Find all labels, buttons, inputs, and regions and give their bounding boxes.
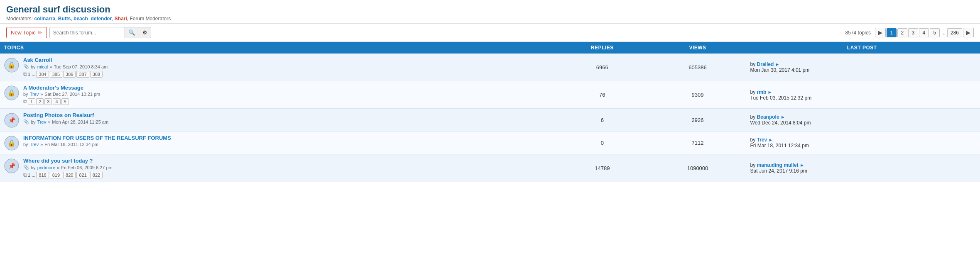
topic-content: A Moderator's Message by Trev » Sat Dec … [23,85,549,105]
page-mini-button[interactable]: 387 [76,71,89,78]
page-mini-button[interactable]: 3 [44,98,52,105]
topic-cell-td: 📌 Posting Photos on Realsurf 📎 by Trev »… [0,109,553,132]
col-views-header: VIEWS [652,42,744,54]
topic-cell: 🔒 Ask Carroll 📎 by mical » Tue Sep 07, 2… [0,54,553,81]
topic-cell-td: 🔒 Ask Carroll 📎 by mical » Tue Sep 07, 2… [0,54,553,81]
topic-meta: 📎 by mical » Tue Sep 07, 2010 8:34 am [23,64,549,69]
page-5-button[interactable]: 5 [930,28,940,37]
page-mini-button[interactable]: 388 [90,71,103,78]
topic-title-link[interactable]: INFORMATION FOR USERS OF THE REALSURF FO… [23,135,171,141]
new-topic-button[interactable]: New Topic ✏ [6,27,47,38]
page-4-button[interactable]: 4 [919,28,929,37]
page-2-button[interactable]: 2 [897,28,907,37]
toolbar-left: New Topic ✏ 🔍 ⚙ [6,27,151,38]
page-mini-button[interactable]: 384 [36,71,49,78]
topic-cell: 🔒 A Moderator's Message by Trev » Sat De… [0,81,553,108]
topic-meta: by Trev » Fri Mar 18, 2011 12:34 pm [23,142,549,147]
topic-cell-td: 📌 Where did you surf today ? 📎 by pridmo… [0,154,553,182]
topic-date: Fri Mar 18, 2011 12:34 pm [44,142,98,147]
table-header-row: TOPICS REPLIES VIEWS LAST POST [0,42,980,54]
next-page-button[interactable]: ▶ [963,28,974,37]
page-mini-button[interactable]: 818 [36,172,49,178]
topic-meta: 📎 by Trev » Mon Apr 28, 2014 11:25 am [23,119,549,124]
new-topic-label: New Topic [11,29,36,36]
page-mini-button[interactable]: 386 [63,71,76,78]
lastpost-cell: by Drailed ► Mon Jan 30, 2017 4:01 pm [744,54,980,81]
topic-author-link[interactable]: Trev [30,92,39,97]
last-post-date: Sat Jun 24, 2017 9:16 pm [750,168,807,174]
copy-icon: ⧉ [23,98,27,105]
topic-pages: ⧉ 1 ... 384385386387388 [23,71,549,78]
edit-icon: ✏ [38,29,42,36]
page-mini-button[interactable]: 2 [36,98,44,105]
last-poster-link[interactable]: marauding mullet [757,162,799,168]
page-mini-button[interactable]: 385 [50,71,62,78]
topic-title-link[interactable]: Where did you surf today ? [23,158,93,164]
page-mini-button[interactable]: 5 [61,98,69,105]
views-cell: 1090000 [652,154,744,182]
page-mini-button[interactable]: 819 [50,172,62,178]
replies-cell: 76 [553,81,651,109]
page-286-button[interactable]: 286 [947,28,962,37]
last-poster-link[interactable]: Trev [757,137,767,143]
topic-title-link[interactable]: Ask Carroll [23,57,52,63]
topic-icon-wrapper: 🔒 [4,136,19,151]
topic-content: Where did you surf today ? 📎 by pridmore… [23,158,549,178]
table-row: 🔒 A Moderator's Message by Trev » Sat De… [0,81,980,109]
topic-author-link[interactable]: Trev [30,142,39,147]
views-cell: 9309 [652,81,744,109]
views-cell: 7112 [652,132,744,154]
page-1-button[interactable]: 1 [887,28,897,37]
gear-button[interactable]: ⚙ [139,27,151,38]
last-post-date: Tue Feb 03, 2015 12:32 pm [750,95,812,101]
moderator-butts[interactable]: Butts [58,16,71,22]
moderator-collnarra[interactable]: collnarra [34,16,55,22]
svg-text:🔒: 🔒 [7,89,16,97]
forum-table: TOPICS REPLIES VIEWS LAST POST 🔒 Ask Car… [0,42,980,182]
topic-title-link[interactable]: A Moderator's Message [23,85,83,91]
page-mini-button[interactable]: 820 [63,172,76,178]
last-poster-link[interactable]: Beanpole [757,114,779,120]
topic-author-link[interactable]: Trev [37,119,47,124]
page-mini-button[interactable]: 4 [53,98,60,105]
gear-icon: ⚙ [142,29,147,36]
topic-title-link[interactable]: Posting Photos on Realsurf [23,112,94,118]
topic-author-link[interactable]: pridmore [37,165,55,170]
topic-icon-wrapper: 📌 [4,158,19,173]
page-3-button[interactable]: 3 [908,28,918,37]
pin-icon: 📎 [23,119,29,124]
last-poster-link[interactable]: Drailed [757,61,774,67]
topic-pages: ⧉ 1 ... 818819820821822 [23,172,549,178]
table-row: 📌 Where did you surf today ? 📎 by pridmo… [0,154,980,182]
page-mini-button[interactable]: 821 [76,172,89,178]
go-icon: ► [800,163,804,168]
last-poster-link[interactable]: rmb [757,89,767,95]
topic-cell: 📌 Posting Photos on Realsurf 📎 by Trev »… [0,109,553,131]
svg-text:🔒: 🔒 [7,61,16,69]
topic-icon-pinned: 📌 [4,158,19,173]
table-row: 🔒 Ask Carroll 📎 by mical » Tue Sep 07, 2… [0,54,980,81]
col-lastpost-header: LAST POST [744,42,980,54]
topic-content: Posting Photos on Realsurf 📎 by Trev » M… [23,112,549,124]
replies-cell: 6966 [553,54,651,81]
page-mini-button[interactable]: 822 [90,172,103,178]
search-button[interactable]: 🔍 [125,27,139,38]
replies-cell: 0 [553,132,651,154]
go-icon: ► [768,90,772,95]
search-input[interactable] [50,28,125,38]
prev-page-button[interactable]: ▶ [875,28,886,37]
search-icon: 🔍 [128,29,135,36]
page-title: General surf discussion [6,4,974,15]
moderator-shari[interactable]: Shari [115,16,127,22]
last-post-date: Wed Dec 24, 2014 8:04 pm [750,120,811,126]
search-box: 🔍 ⚙ [49,27,151,38]
table-row: 📌 Posting Photos on Realsurf 📎 by Trev »… [0,109,980,132]
topic-content: Ask Carroll 📎 by mical » Tue Sep 07, 201… [23,57,549,78]
svg-text:🔒: 🔒 [7,139,16,147]
topic-author-link[interactable]: mical [37,64,48,69]
page-mini-button[interactable]: 1 [28,98,35,105]
moderator-beach-defender[interactable]: beach_defender [74,16,112,22]
topic-cell-td: 🔒 A Moderator's Message by Trev » Sat De… [0,81,553,109]
go-icon: ► [781,115,785,119]
topic-icon-locked: 🔒 [4,136,19,151]
